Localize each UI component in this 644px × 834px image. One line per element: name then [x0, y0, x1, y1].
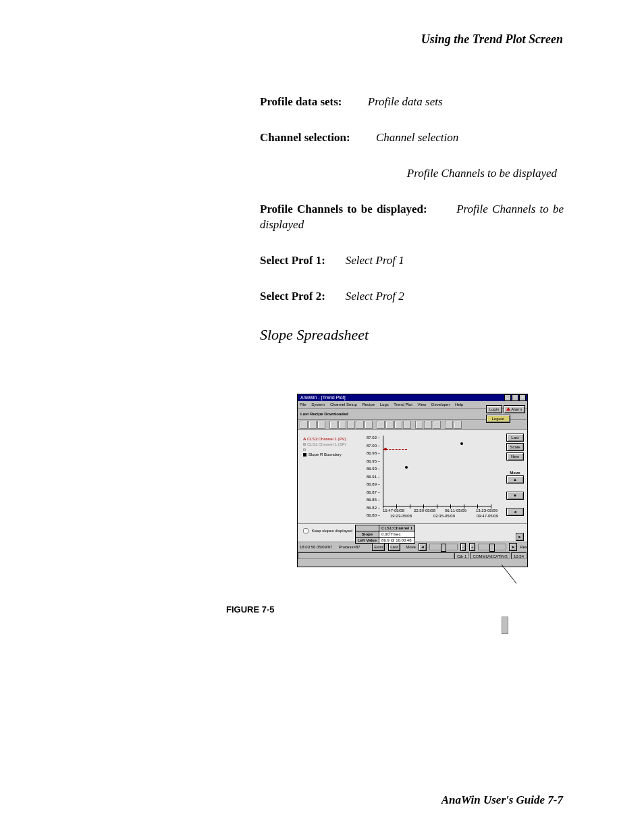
table-cell: 0.00˚T/sec [379, 531, 415, 538]
y-tick: 86.85 – [360, 496, 380, 504]
maximize-icon[interactable]: □ [512, 394, 518, 401]
menu-logs[interactable]: Logs [380, 402, 389, 407]
def-select-prof2: Select Prof 2: Select Prof 2 [260, 289, 564, 305]
close-icon[interactable]: × [519, 394, 526, 401]
scale-button[interactable]: Scale [506, 443, 524, 451]
move-up-button[interactable]: ▲ [506, 475, 524, 484]
legend-b: CLS1:Channel 1 (SP) [303, 442, 346, 448]
def-profile-channels-note: Profile Channels to be displayed [260, 166, 564, 182]
y-tick: 86.91 – [360, 473, 380, 481]
y-tick: 87.02 – [360, 434, 380, 442]
toolbar-icon[interactable] [377, 421, 385, 429]
move-down-button[interactable]: ▼ [506, 492, 524, 500]
label: Profile Channels to be displayed: [260, 203, 427, 215]
move-slider[interactable] [429, 544, 458, 550]
toolbar-icon[interactable] [329, 421, 338, 429]
zoom-slider[interactable] [478, 544, 506, 550]
menu-trend-plot[interactable]: Trend Plot [394, 402, 412, 407]
def-select-prof1: Select Prof 1: Select Prof 1 [260, 253, 564, 269]
value: Profile Channels to be displayed [407, 167, 557, 180]
vertical-scrollbar[interactable] [502, 617, 508, 634]
def-channel-selection: Channel selection: Channel selection [260, 130, 564, 146]
timestamp: 18:03:56 05/09/97 [300, 545, 332, 549]
section-title: Slope Spreadsheet [260, 325, 564, 345]
y-tick: 87.00 – [360, 442, 380, 450]
y-tick: 86.87 – [360, 489, 380, 497]
menu-system[interactable]: System [311, 402, 325, 407]
mid-bar: Keep slopes displayed CLS1:Channel 1 Slo… [298, 523, 527, 542]
move-right-button[interactable]: ► [516, 533, 524, 541]
label: Select Prof 2: [260, 290, 325, 303]
y-tick: 86.80 – [360, 512, 380, 520]
y-tick: 86.98 – [360, 450, 380, 458]
callout-line [502, 565, 522, 585]
toolbar-icon[interactable] [433, 421, 441, 429]
window-titlebar: AnaWin - [Trend Plot] _ □ × [298, 394, 527, 401]
login-button[interactable]: Login [486, 405, 503, 413]
x-tick: 13:23-05/09 [476, 509, 498, 513]
move-left-button[interactable]: ◄ [506, 508, 524, 516]
menu-channel-setup[interactable]: Channel Setup [330, 402, 357, 407]
svg-line-0 [502, 565, 516, 583]
x-tick: 22:59-05/08 [414, 509, 435, 513]
res-label: Res [520, 545, 527, 549]
alarm-button[interactable]: Alarm [504, 405, 525, 413]
recipe-bar: Last Recipe Downloaded Login Alarm Logou… [298, 409, 527, 420]
move-right-bottom[interactable]: ► [509, 543, 517, 551]
keep-slopes-checkbox[interactable]: Keep slopes displayed [300, 526, 352, 536]
toolbar-icon[interactable] [317, 421, 325, 429]
status-bar: Ctlr 1 COMMUNICATING 10:54 [298, 552, 527, 559]
table-row-label: Left Value [355, 538, 379, 544]
toolbar-icon[interactable] [394, 421, 402, 429]
process-value: Process=87 [339, 545, 360, 549]
value: Profile data sets [368, 95, 443, 108]
menu-developer[interactable]: Developer [431, 402, 450, 407]
move-label-bottom: Move [406, 545, 416, 549]
square-icon [303, 453, 306, 457]
data-point [460, 442, 463, 445]
menu-file[interactable]: File [300, 402, 306, 407]
menu-help[interactable]: Help [455, 402, 463, 407]
logout-button[interactable]: Logout [486, 415, 510, 423]
x-tick: 19:23-05/08 [390, 514, 412, 518]
x-axis-labels-bot: 19:23-05/08 02:35-05/09 09:47-05/09 [390, 514, 498, 518]
legend-d [303, 448, 346, 453]
toolbar-icon[interactable] [424, 421, 432, 429]
plot-canvas [383, 436, 491, 506]
figure-caption: FIGURE 7-5 [226, 604, 275, 615]
toolbar-icon[interactable] [385, 421, 394, 429]
data-point [384, 448, 387, 450]
toolbar-icon[interactable] [445, 421, 453, 429]
toolbar-icon[interactable] [300, 421, 308, 429]
status-comm: COMMUNICATING [470, 552, 510, 559]
toolbar-icon[interactable] [403, 421, 411, 429]
move-left-bottom[interactable]: ◄ [419, 543, 427, 551]
def-profile-data-sets: Profile data sets: Profile data sets [260, 95, 564, 110]
toolbar-icon[interactable] [347, 421, 355, 429]
y-tick: 86.93 – [360, 465, 380, 473]
zoom-in-button[interactable]: + [469, 543, 476, 551]
toolbar-icon[interactable] [365, 421, 373, 429]
toolbar-icon[interactable] [415, 421, 423, 429]
menu-recipe[interactable]: Recipe [362, 402, 375, 407]
toolbar-icon[interactable] [338, 421, 346, 429]
x-tick: 15:47-05/08 [383, 509, 404, 513]
toolbar-icon[interactable] [356, 421, 364, 429]
minimize-icon[interactable]: _ [504, 394, 511, 401]
window-title: AnaWin - [Trend Plot] [300, 394, 346, 401]
exist-button[interactable]: Exist [372, 543, 385, 551]
embedded-screenshot: AnaWin - [Trend Plot] _ □ × File System … [297, 394, 528, 567]
table-row-label: Slope [355, 531, 379, 538]
legend-a: CLS1:Channel 1 (PV) [303, 437, 346, 442]
new-button[interactable]: New [506, 452, 524, 461]
move-label: Move [506, 471, 525, 475]
x-tick: 06:11-05/09 [445, 509, 466, 513]
zoom-out-button[interactable]: - [460, 543, 466, 551]
toolbar-icon[interactable] [308, 421, 317, 429]
menu-view[interactable]: View [417, 402, 426, 407]
toolbar-icon[interactable] [454, 421, 462, 429]
side-buttons: Last Scale New Move ▲ ▼ ◄ [506, 433, 525, 517]
last-button[interactable]: Last [506, 434, 524, 442]
value: Select Prof 2 [346, 290, 404, 303]
last-button-bottom[interactable]: Last [388, 543, 400, 551]
